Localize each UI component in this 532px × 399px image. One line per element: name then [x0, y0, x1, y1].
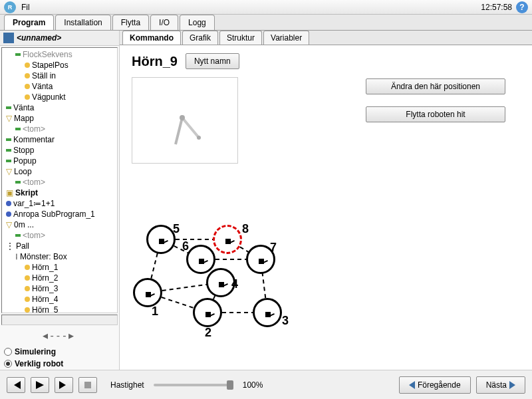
sim-label: Simulering — [15, 347, 56, 356]
speed-value: 100% — [243, 380, 263, 390]
subtab-kommando[interactable]: Kommando — [122, 31, 181, 45]
tree-item[interactable]: Kommentar — [3, 134, 116, 145]
pattern-node-3[interactable] — [253, 298, 282, 327]
tree-item-label: Popup — [13, 156, 37, 166]
tree-item-label: FlockSekvens — [23, 50, 72, 59]
play-button[interactable] — [31, 377, 49, 393]
speed-slider[interactable] — [154, 384, 233, 386]
tree-item[interactable]: ⋮Pall — [3, 241, 116, 251]
svg-point-3 — [197, 136, 201, 140]
sub-tabs: KommandoGrafikStrukturVariabler — [120, 31, 532, 45]
sim-radio[interactable] — [4, 348, 12, 356]
tree-bullet-icon: ▣ — [6, 188, 13, 198]
tree-item-label: StapelPos — [32, 61, 68, 70]
tree-bullet-icon — [25, 73, 30, 78]
program-tree[interactable]: FlockSekvensStapelPosStäll inVäntaVägpun… — [1, 47, 118, 313]
tree-item[interactable]: Stopp — [3, 145, 116, 156]
tree-item[interactable]: Anropa SubProgram_1 — [3, 209, 116, 219]
tree-bullet-icon — [6, 149, 11, 152]
svg-rect-14 — [84, 382, 91, 388]
tree-bullet-icon — [6, 138, 11, 141]
robot-preview — [132, 77, 238, 164]
tree-item[interactable]: Vägpunkt — [3, 92, 116, 102]
tree-item-label: Pall — [16, 241, 29, 251]
tree-item-label: Loop — [14, 167, 32, 176]
subtab-variabler[interactable]: Variabler — [263, 31, 309, 45]
tree-item[interactable]: Vänta — [3, 81, 116, 92]
main-tabs: ProgramInstallationFlyttaI/OLogg — [0, 15, 532, 31]
tree-nav-arrows[interactable]: ◂---▸ — [0, 325, 119, 346]
robot-arm-icon — [166, 111, 212, 151]
tree-item[interactable]: ▣Skript — [3, 188, 116, 198]
main-tab-installation[interactable]: Installation — [55, 15, 110, 30]
subtab-grafik[interactable]: Grafik — [182, 31, 218, 45]
tree-item[interactable]: ▽0m ... — [3, 219, 116, 230]
next-button[interactable]: Nästa — [476, 376, 525, 394]
pattern-node-2[interactable] — [193, 298, 222, 327]
tree-item[interactable]: var_1≔1+1 — [3, 198, 116, 209]
tree-item[interactable]: Hörn_5 — [3, 305, 116, 313]
tree-item[interactable]: Hörn_1 — [3, 262, 116, 273]
tree-bullet-icon — [15, 181, 21, 184]
tree-item[interactable]: ▽Mapp — [3, 113, 116, 124]
skip-forward-button[interactable] — [55, 377, 73, 393]
tree-item-label: Vägpunkt — [32, 92, 66, 102]
tree-item[interactable]: <tom> — [3, 230, 116, 241]
pattern-label: 8 — [242, 222, 249, 236]
main-tab-logg[interactable]: Logg — [180, 15, 215, 30]
tree-bullet-icon — [25, 275, 30, 281]
program-name: <unnamed> — [17, 33, 61, 43]
previous-button[interactable]: Föregående — [399, 376, 471, 394]
main-tab-i/o[interactable]: I/O — [150, 15, 178, 30]
rename-button[interactable]: Nytt namn — [186, 53, 239, 69]
disk-icon[interactable] — [3, 33, 14, 43]
tree-item[interactable]: FlockSekvens — [3, 49, 116, 60]
real-robot-radio[interactable] — [4, 360, 12, 368]
tree-bullet-icon — [6, 106, 11, 109]
stop-button[interactable] — [78, 377, 97, 393]
tree-item[interactable]: ▽Loop — [3, 166, 116, 177]
tree-bullet-icon: ⋮ — [6, 241, 14, 251]
skip-back-button[interactable] — [7, 377, 25, 393]
pattern-node-5[interactable] — [146, 225, 176, 254]
main-tab-program[interactable]: Program — [4, 15, 54, 30]
app-logo: R — [4, 1, 16, 13]
tree-item[interactable]: Popup — [3, 156, 116, 166]
tree-item[interactable]: Hörn_4 — [3, 294, 116, 305]
main-tab-flytta[interactable]: Flytta — [112, 15, 149, 30]
tree-bullet-icon — [15, 128, 21, 130]
tree-scrollbar[interactable] — [1, 315, 118, 325]
tree-bullet-icon — [15, 234, 21, 237]
tree-bullet-icon — [6, 211, 11, 217]
pattern-label: 7 — [270, 241, 277, 255]
tree-item-label: Hörn_1 — [32, 263, 58, 272]
waypoint-title: Hörn_9 — [132, 54, 178, 69]
tree-item-label: Mapp — [14, 114, 34, 123]
tree-item-label: Vänta — [13, 103, 34, 112]
tree-item[interactable]: Ställ in — [3, 70, 116, 81]
tree-item-label: Anropa SubProgram_1 — [13, 209, 95, 219]
tree-item[interactable]: <tom> — [3, 124, 116, 134]
tree-bullet-icon — [25, 265, 30, 270]
tree-item[interactable]: Vänta — [3, 102, 116, 113]
change-position-button[interactable]: Ändra den här positionen — [366, 78, 505, 94]
tree-item[interactable]: Hörn_3 — [3, 283, 116, 294]
tree-bullet-icon — [25, 94, 30, 100]
tree-item-label: <tom> — [23, 124, 45, 134]
move-robot-here-button[interactable]: Flytta roboten hit — [366, 106, 505, 122]
tree-item[interactable]: <tom> — [3, 177, 116, 188]
file-menu[interactable]: Fil — [21, 3, 30, 12]
pattern-label: 2 — [205, 326, 211, 340]
tree-item[interactable]: StapelPos — [3, 60, 116, 70]
tree-bullet-icon — [25, 63, 30, 68]
tree-item-label: Hörn_3 — [32, 284, 58, 293]
pattern-node-6[interactable] — [186, 245, 215, 274]
tree-item[interactable]: Hörn_2 — [3, 273, 116, 283]
pattern-label: 5 — [173, 222, 180, 236]
tree-item-label: Stopp — [13, 146, 34, 155]
pattern-node-8[interactable] — [213, 225, 242, 254]
pattern-node-1[interactable] — [133, 278, 162, 307]
subtab-struktur[interactable]: Struktur — [219, 31, 262, 45]
help-icon[interactable]: ? — [516, 1, 528, 13]
tree-item[interactable]: ⁞Mönster: Box — [3, 251, 116, 262]
